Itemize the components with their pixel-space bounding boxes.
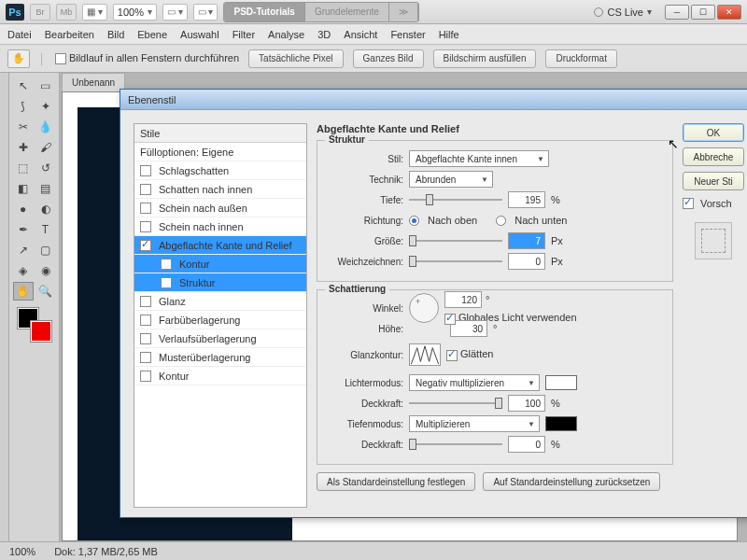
reset-default-button[interactable]: Auf Standardeinstellung zurücksetzen [483, 472, 660, 491]
eraser-tool[interactable]: ◧ [13, 179, 34, 198]
minimize-button[interactable]: ─ [665, 5, 689, 20]
menu-bild[interactable]: Bild [107, 29, 124, 40]
menu-ebene[interactable]: Ebene [137, 29, 167, 40]
bridge-button[interactable]: Br [30, 4, 50, 21]
arrange-dropdown[interactable]: ▭ ▾ [162, 4, 188, 21]
blur-tool[interactable]: ● [13, 200, 34, 218]
winkel-input[interactable]: 120 [444, 291, 482, 308]
menu-datei[interactable]: Datei [7, 29, 32, 40]
style-row-8[interactable]: Glanz [134, 292, 306, 311]
menu-ansicht[interactable]: Ansicht [344, 29, 377, 40]
close-button[interactable]: ✕ [717, 5, 741, 20]
path-tool[interactable]: ↗ [13, 241, 34, 259]
weich-slider[interactable] [409, 255, 502, 268]
style-row-7[interactable]: Struktur [134, 273, 306, 292]
technik-dropdown[interactable]: Abrunden [409, 171, 493, 188]
scroll-all-checkbox[interactable]: Bildlauf in allen Fenstern durchführen [55, 52, 239, 64]
print-size-button[interactable]: Druckformat [545, 49, 616, 68]
lichtermodus-dropdown[interactable]: Negativ multiplizieren [409, 374, 540, 391]
deckkraft2-slider[interactable] [409, 438, 502, 451]
maximize-button[interactable]: ☐ [691, 5, 715, 20]
minibridge-button[interactable]: Mb [56, 4, 77, 21]
style-row-12[interactable]: Kontur [134, 367, 306, 385]
marquee-tool[interactable]: ▭ [35, 77, 56, 95]
pen-tool[interactable]: ✒ [13, 220, 34, 239]
groesse-slider[interactable] [409, 234, 502, 247]
hand-tool[interactable]: ✋ [13, 282, 34, 301]
style-row-11[interactable]: Musterüberlagerung [134, 348, 306, 367]
style-row-1[interactable]: Schlagschatten [134, 161, 306, 180]
groesse-input[interactable]: 7 [508, 232, 545, 249]
lasso-tool[interactable]: ⟆ [13, 97, 34, 116]
glaetten-checkbox[interactable]: Glätten [446, 348, 493, 360]
deckkraft2-input[interactable]: 0 [508, 436, 545, 453]
tab-psd-tutorials[interactable]: PSD-Tutorials [224, 3, 304, 21]
gradient-tool[interactable]: ▤ [35, 179, 56, 198]
history-brush-tool[interactable]: ↺ [35, 159, 56, 177]
style-row-4[interactable]: Schein nach innen [134, 217, 306, 236]
toolbox: ↖▭ ⟆✦ ✂💧 ✚🖌 ⬚↺ ◧▤ ●◐ ✒T ↗▢ ◈◉ ✋🔍 [9, 73, 60, 560]
background-swatch[interactable] [31, 321, 51, 342]
weich-input[interactable]: 0 [508, 253, 545, 270]
style-row-10[interactable]: Verlaufsüberlagerung [134, 329, 306, 348]
menu-auswahl[interactable]: Auswahl [180, 29, 219, 40]
color-swatches[interactable] [16, 308, 53, 342]
screenmode-dropdown[interactable]: ▭ ▾ [193, 4, 218, 21]
zoom-dropdown[interactable]: 100% ▾ [113, 4, 157, 21]
shadow-color[interactable] [545, 416, 577, 431]
workspace-tabs: PSD-Tutorials Grundelemente ≫ [223, 2, 418, 22]
tab-more[interactable]: ≫ [389, 3, 418, 21]
menu-filter[interactable]: Filter [233, 29, 255, 40]
glanzkontur-picker[interactable] [409, 343, 441, 366]
heal-tool[interactable]: ✚ [13, 138, 34, 157]
menu-fenster[interactable]: Fenster [390, 29, 425, 40]
shape-tool[interactable]: ▢ [35, 241, 56, 259]
angle-control[interactable] [409, 293, 439, 323]
hand-tool-icon[interactable]: ✋ [7, 49, 30, 68]
stamp-tool[interactable]: ⬚ [13, 159, 34, 177]
crop-tool[interactable]: ✂ [13, 118, 34, 136]
new-style-button[interactable]: Neuer Sti [683, 172, 744, 190]
highlight-color[interactable] [545, 375, 577, 390]
hoehe-input[interactable]: 30 [450, 320, 487, 337]
style-row-3[interactable]: Schein nach außen [134, 199, 306, 217]
richtung-down-radio[interactable] [496, 216, 506, 226]
brush-tool[interactable]: 🖌 [35, 138, 56, 157]
style-row-5[interactable]: Abgeflachte Kante und Relief [134, 236, 306, 255]
view-extras-dropdown[interactable]: ▦ ▾ [82, 4, 107, 21]
richtung-up-radio[interactable] [409, 216, 419, 226]
menu-3d[interactable]: 3D [317, 29, 331, 40]
zoom-tool[interactable]: 🔍 [35, 282, 56, 301]
actual-pixels-button[interactable]: Tatsächliche Pixel [248, 49, 343, 68]
move-tool[interactable]: ↖ [13, 77, 34, 95]
type-tool[interactable]: T [35, 220, 56, 239]
ok-button[interactable]: OK [683, 123, 744, 142]
dialog-title: Ebenenstil [120, 90, 747, 110]
style-row-2[interactable]: Schatten nach innen [134, 180, 306, 199]
style-row-9[interactable]: Farbüberlagerung [134, 311, 306, 329]
tab-grundelemente[interactable]: Grundelemente [305, 3, 389, 21]
cancel-button[interactable]: Abbreche [683, 147, 744, 166]
wand-tool[interactable]: ✦ [35, 97, 56, 116]
eyedropper-tool[interactable]: 💧 [35, 118, 56, 136]
menu-bearbeiten[interactable]: Bearbeiten [45, 29, 94, 40]
style-row-0[interactable]: Fülloptionen: Eigene [134, 143, 306, 161]
tiefe-slider[interactable] [409, 193, 502, 206]
preview-checkbox[interactable]: Vorsch [683, 198, 744, 209]
fit-screen-button[interactable]: Ganzes Bild [353, 49, 424, 68]
menu-analyse[interactable]: Analyse [268, 29, 304, 40]
3d-tool[interactable]: ◈ [13, 261, 34, 280]
fill-screen-button[interactable]: Bildschirm ausfüllen [433, 49, 537, 68]
cslive[interactable]: CS Live ▾ [594, 7, 652, 18]
make-default-button[interactable]: Als Standardeinstellung festlegen [317, 472, 475, 491]
tiefe-input[interactable]: 195 [508, 191, 545, 208]
dodge-tool[interactable]: ◐ [35, 200, 56, 218]
deckkraft1-input[interactable]: 100 [508, 395, 545, 412]
tiefenmodus-dropdown[interactable]: Multiplizieren [409, 415, 540, 432]
menu-hilfe[interactable]: Hilfe [439, 29, 459, 40]
deckkraft1-slider[interactable] [409, 397, 502, 410]
stil-dropdown[interactable]: Abgeflachte Kante innen [409, 150, 549, 167]
document-tab[interactable]: Unbenann [62, 73, 125, 91]
3d-camera-tool[interactable]: ◉ [35, 261, 56, 280]
style-row-6[interactable]: Kontur [134, 255, 306, 273]
